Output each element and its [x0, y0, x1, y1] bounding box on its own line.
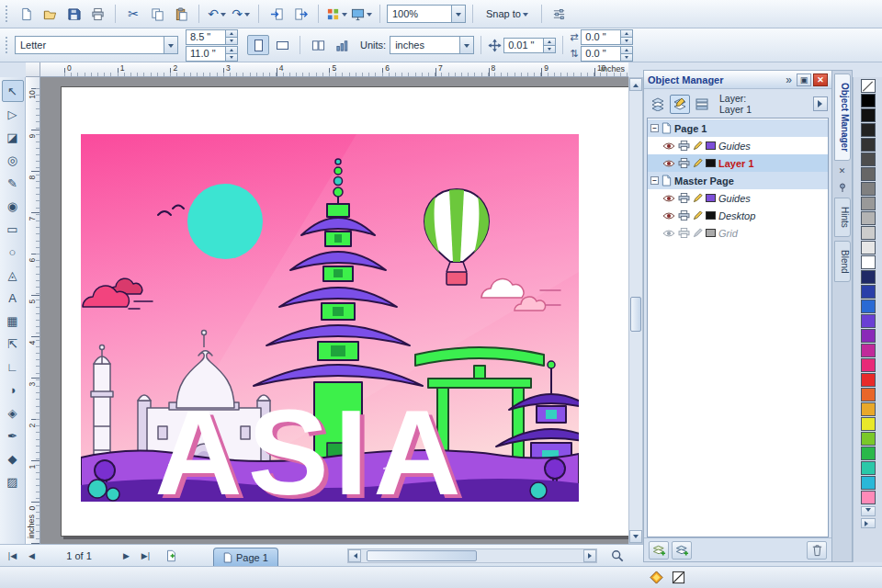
- layer-row[interactable]: Desktop: [648, 207, 828, 224]
- rectangle-tool[interactable]: ▭: [2, 218, 24, 240]
- layer-row[interactable]: Grid: [648, 224, 828, 242]
- expander-icon[interactable]: −: [650, 176, 659, 185]
- layer-name[interactable]: Desktop: [718, 210, 755, 221]
- scroll-up-button[interactable]: [629, 78, 642, 91]
- docker-titlebar[interactable]: Object Manager » ▣ ✕: [644, 71, 831, 89]
- color-swatch[interactable]: [861, 123, 876, 137]
- units-combo[interactable]: inches: [390, 36, 474, 54]
- layer-manager-view-button[interactable]: [692, 95, 712, 114]
- eyedropper-tool[interactable]: ◈: [2, 401, 24, 424]
- docker-close-icon[interactable]: ✕: [836, 164, 849, 177]
- spin-up-icon[interactable]: [226, 47, 237, 53]
- vertical-scroll-thumb[interactable]: [630, 297, 641, 332]
- zoom-tool[interactable]: ◎: [2, 149, 24, 171]
- zoom-status-button[interactable]: [608, 548, 626, 564]
- open-button[interactable]: [39, 4, 61, 24]
- interactive-fill-tool[interactable]: ▨: [2, 470, 24, 492]
- spin-down-icon[interactable]: [621, 53, 632, 61]
- palette-scroll-down-button[interactable]: [861, 506, 876, 516]
- drawing-canvas[interactable]: ASIA ASIA: [40, 77, 628, 544]
- new-master-layer-button[interactable]: [672, 541, 692, 560]
- color-swatch[interactable]: [861, 432, 876, 446]
- color-swatch[interactable]: [861, 447, 876, 460]
- ruler-corner[interactable]: [26, 62, 40, 77]
- spin-up-icon[interactable]: [621, 47, 632, 53]
- fill-color-indicator[interactable]: [647, 570, 665, 586]
- spin-up-icon[interactable]: [544, 39, 555, 45]
- visibility-icon[interactable]: [662, 141, 675, 151]
- tab-object-manager[interactable]: Object Manager: [834, 74, 851, 161]
- document-page[interactable]: ASIA ASIA: [61, 86, 628, 537]
- visibility-icon[interactable]: [662, 159, 675, 168]
- vertical-scrollbar[interactable]: [628, 77, 643, 544]
- color-swatch[interactable]: [861, 344, 876, 357]
- add-page-button[interactable]: [162, 548, 179, 564]
- ellipse-tool[interactable]: ○: [2, 241, 24, 263]
- toolbar-grip[interactable]: [6, 37, 8, 53]
- pick-tool[interactable]: ↖: [2, 80, 24, 102]
- zoom-levels-combo[interactable]: 100%: [387, 5, 466, 23]
- docker-close-button[interactable]: ✕: [813, 74, 828, 86]
- color-swatch[interactable]: [861, 211, 876, 225]
- paste-button[interactable]: [170, 4, 192, 24]
- editable-icon[interactable]: [693, 210, 703, 220]
- layer-name[interactable]: Guides: [718, 193, 751, 204]
- outline-color-indicator[interactable]: [669, 570, 687, 586]
- horizontal-scroll-thumb[interactable]: [367, 550, 477, 561]
- color-swatch[interactable]: [861, 417, 876, 431]
- color-swatch[interactable]: [861, 388, 876, 401]
- visibility-icon[interactable]: [662, 229, 675, 238]
- color-swatch[interactable]: [861, 270, 876, 284]
- chevron-down-icon[interactable]: [164, 37, 177, 53]
- scroll-right-button[interactable]: [583, 549, 596, 562]
- color-swatch[interactable]: [861, 314, 876, 328]
- printable-icon[interactable]: [678, 141, 690, 151]
- color-swatch[interactable]: [861, 358, 876, 372]
- page-label[interactable]: Page 1: [674, 123, 707, 134]
- tab-hints[interactable]: Hints: [834, 198, 851, 237]
- next-page-button[interactable]: ▶: [118, 548, 135, 564]
- palette-flyout-button[interactable]: [861, 518, 876, 528]
- layer-row[interactable]: Layer 1: [648, 154, 828, 172]
- color-swatch[interactable]: [861, 255, 876, 269]
- visibility-icon[interactable]: [662, 211, 675, 220]
- spin-down-icon[interactable]: [621, 37, 632, 44]
- current-page-button[interactable]: [331, 35, 353, 55]
- layer-name[interactable]: Layer 1: [718, 158, 754, 169]
- color-swatch[interactable]: [861, 373, 876, 387]
- copy-button[interactable]: [146, 4, 168, 24]
- chevron-down-icon[interactable]: [244, 13, 250, 19]
- spin-down-icon[interactable]: [544, 45, 555, 52]
- chevron-down-icon[interactable]: [459, 37, 473, 53]
- color-swatch[interactable]: [861, 300, 876, 313]
- horizontal-scrollbar[interactable]: [347, 548, 597, 563]
- color-swatch[interactable]: [861, 226, 876, 240]
- color-swatch[interactable]: [861, 153, 876, 166]
- expander-icon[interactable]: −: [650, 124, 659, 132]
- duplicate-y-spinner[interactable]: 0.0 ": [581, 46, 633, 62]
- printable-icon[interactable]: [678, 228, 690, 238]
- page-row[interactable]: −Master Page: [648, 172, 828, 189]
- editable-icon[interactable]: [693, 141, 703, 151]
- new-button[interactable]: [15, 4, 37, 24]
- welcome-screen-button[interactable]: [350, 4, 373, 24]
- blend-tool[interactable]: ◑: [2, 379, 24, 401]
- toolbar-grip[interactable]: [6, 6, 8, 22]
- layer-name[interactable]: Guides: [718, 141, 751, 152]
- layer-flyout-button[interactable]: [813, 96, 828, 111]
- printable-icon[interactable]: [678, 193, 690, 203]
- color-swatch[interactable]: [861, 108, 876, 122]
- color-swatch[interactable]: [861, 138, 876, 152]
- color-swatch[interactable]: [861, 476, 876, 490]
- editable-icon[interactable]: [693, 193, 703, 203]
- landscape-button[interactable]: [271, 35, 293, 55]
- dimension-tool[interactable]: ⇱: [2, 333, 24, 355]
- vertical-ruler[interactable]: 109876543210 inches: [26, 77, 40, 544]
- scroll-down-button[interactable]: [629, 530, 642, 543]
- previous-page-button[interactable]: ◀: [23, 548, 40, 564]
- polygon-tool[interactable]: ◬: [2, 264, 24, 286]
- paper-height-spinner[interactable]: 11.0 ": [186, 46, 238, 62]
- spin-down-icon[interactable]: [226, 53, 237, 61]
- layer-color-chip[interactable]: [706, 211, 716, 220]
- horizontal-ruler[interactable]: 012345678910 inches: [40, 62, 628, 77]
